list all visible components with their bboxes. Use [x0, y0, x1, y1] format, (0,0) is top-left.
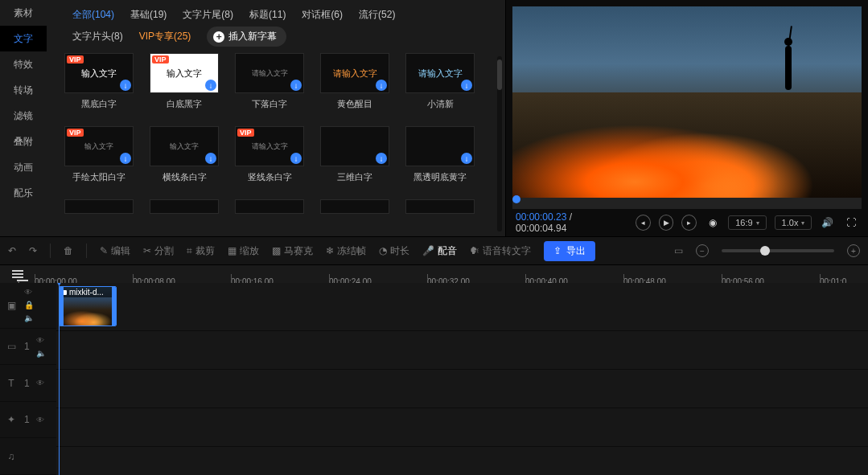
play-button[interactable]: ▶ [659, 215, 674, 231]
tab-dialog[interactable]: 对话框(6) [302, 8, 343, 22]
aspect-ratio-select[interactable]: 16:9▾ [728, 215, 766, 230]
tab-vip[interactable]: VIP专享(25) [139, 30, 191, 43]
vip-badge: VIP [67, 55, 84, 63]
playhead[interactable] [59, 283, 60, 475]
sidebar-item-music[interactable]: 配乐 [0, 180, 47, 206]
scale-button[interactable]: ▦ 缩放 [228, 244, 259, 258]
insert-subtitle-button[interactable]: + 插入新字幕 [207, 27, 286, 47]
audio-track[interactable] [56, 447, 868, 475]
preview-scrubber[interactable] [512, 198, 862, 209]
clip-resize-right[interactable] [112, 287, 116, 326]
video-clip[interactable]: mixkit-d... [59, 286, 117, 326]
edit-button[interactable]: ✎ 编辑 [100, 244, 130, 258]
undo-button[interactable]: ↶ [8, 245, 16, 256]
tab-openers[interactable]: 文字片头(8) [72, 30, 123, 43]
effect-track-icon: ✦ [5, 414, 18, 425]
eye-icon[interactable]: 👁 [36, 416, 44, 424]
video-track[interactable]: mixkit-d... [56, 283, 868, 331]
thumb-fresh[interactable]: 请输入文字↓ 小清新 [405, 53, 475, 110]
next-frame-button[interactable]: ▸ [681, 215, 697, 231]
zoom-out-button[interactable]: − [696, 244, 709, 257]
dub-button[interactable]: 🎤 配音 [422, 244, 457, 258]
timecode: 00:00:00.23 / 00:00:04.94 [516, 211, 619, 234]
thumb-placeholder-4[interactable] [320, 199, 389, 214]
thumb-horizontal-line[interactable]: 输入文字↓ 横线条白字 [150, 126, 219, 183]
download-icon[interactable]: ↓ [205, 80, 216, 91]
thumb-white-black[interactable]: VIP输入文字↓ 白底黑字 [150, 53, 219, 110]
download-icon[interactable]: ↓ [461, 80, 472, 91]
preview-pane: 00:00:00.23 / 00:00:04.94 ◂ ▶ ▸ ◉ 16:9▾ … [506, 0, 868, 236]
speed-select[interactable]: 1.0x▾ [775, 215, 812, 230]
track-menu-button[interactable]: + [12, 270, 23, 278]
timeline-toolbar: ↶ ↷ 🗑 ✎ 编辑 ✂ 分割 ⌗ 裁剪 ▦ 缩放 ▩ 马赛克 ❄ 冻结帧 ◔ … [0, 236, 868, 265]
thumb-handdrawn-sun[interactable]: VIP输入文字↓ 手绘太阳白字 [64, 126, 134, 183]
thumb-3d-white[interactable]: ↓ 三维白字 [320, 126, 389, 183]
track-head-caption[interactable]: T1 👁 [0, 365, 56, 402]
freeze-button[interactable]: ❄ 冻结帧 [326, 244, 366, 258]
download-icon[interactable]: ↓ [120, 153, 131, 164]
tab-basic[interactable]: 基础(19) [130, 8, 167, 22]
thumb-placeholder-2[interactable] [150, 199, 219, 214]
track-head-text[interactable]: ▭1 👁🔈 [0, 329, 56, 366]
clip-resize-left[interactable] [60, 287, 64, 326]
tab-trending[interactable]: 流行(52) [359, 8, 395, 22]
thumb-black-transparent-yellow[interactable]: ↓ 黑透明底黄字 [405, 126, 475, 183]
effect-track[interactable] [56, 408, 868, 447]
sidebar-item-animation[interactable]: 动画 [0, 154, 47, 180]
mute-icon[interactable]: 🔈 [24, 313, 34, 322]
delete-button[interactable]: 🗑 [64, 245, 73, 256]
redo-button[interactable]: ↷ [29, 245, 37, 256]
volume-icon[interactable]: 🔊 [820, 215, 835, 231]
export-button[interactable]: ⇪ 导出 [544, 241, 595, 261]
thumb-yellow-highlight[interactable]: 请输入文字↓ 黄色醒目 [320, 53, 389, 110]
zoom-slider[interactable] [722, 249, 834, 252]
sidebar-item-transition[interactable]: 转场 [0, 77, 47, 103]
tab-end-titles[interactable]: 文字片尾(8) [183, 8, 233, 22]
download-icon[interactable]: ↓ [205, 153, 216, 164]
eye-icon[interactable]: 👁 [36, 336, 46, 345]
lock-icon[interactable]: 🔒 [24, 301, 34, 309]
sidebar-item-overlay[interactable]: 叠附 [0, 129, 47, 154]
crop-button[interactable]: ⌗ 裁剪 [187, 244, 215, 258]
timeline-tracks[interactable]: mixkit-d... [56, 283, 868, 475]
thumb-vertical-line[interactable]: VIP请输入文字↓ 竖线条白字 [235, 126, 304, 183]
record-button[interactable]: ◉ [705, 215, 720, 231]
video-track-icon: ▣ [5, 300, 18, 311]
fullscreen-icon[interactable]: ⛶ [843, 215, 858, 231]
duration-button[interactable]: ◔ 时长 [379, 244, 409, 258]
thumb-black-white[interactable]: VIP输入文字↓ 黑底白字 [64, 53, 134, 110]
sidebar-item-media[interactable]: 素材 [0, 0, 47, 26]
sidebar-item-filter[interactable]: 滤镜 [0, 103, 47, 129]
prev-frame-button[interactable]: ◂ [636, 215, 651, 231]
download-icon[interactable]: ↓ [290, 153, 302, 164]
asset-scrollbar[interactable] [497, 56, 502, 231]
sidebar: 素材 文字 特效 转场 滤镜 叠附 动画 配乐 [0, 0, 47, 236]
download-icon[interactable]: ↓ [461, 153, 472, 164]
download-icon[interactable]: ↓ [376, 80, 387, 91]
zoom-in-button[interactable]: + [847, 244, 860, 257]
tab-titles[interactable]: 标题(11) [249, 8, 286, 22]
sidebar-item-effects[interactable]: 特效 [0, 51, 47, 77]
track-head-video[interactable]: ▣ 👁🔒🔈 [0, 283, 56, 329]
thumb-drop-white[interactable]: 请输入文字↓ 下落白字 [235, 53, 304, 110]
split-button[interactable]: ✂ 分割 [143, 244, 174, 258]
fit-button[interactable]: ▭ [674, 245, 683, 256]
thumb-placeholder-3[interactable] [235, 199, 304, 214]
download-icon[interactable]: ↓ [376, 153, 387, 164]
track-head-effect[interactable]: ✦1 👁 [0, 402, 56, 439]
caption-track[interactable] [56, 370, 868, 408]
download-icon[interactable]: ↓ [120, 80, 131, 91]
eye-icon[interactable]: 👁 [24, 288, 34, 297]
tab-all[interactable]: 全部(104) [72, 8, 114, 22]
preview-video[interactable] [512, 6, 862, 198]
eye-icon[interactable]: 👁 [36, 379, 44, 387]
mute-icon[interactable]: 🔈 [36, 349, 46, 358]
track-head-audio[interactable]: ♫ [0, 438, 56, 475]
mosaic-button[interactable]: ▩ 马赛克 [272, 244, 313, 258]
text-track[interactable] [56, 331, 868, 370]
speech-to-text-button[interactable]: 🗣 语音转文字 [470, 244, 531, 258]
thumb-placeholder-1[interactable] [64, 199, 134, 214]
download-icon[interactable]: ↓ [290, 80, 302, 91]
sidebar-item-text[interactable]: 文字 [0, 26, 47, 51]
thumb-placeholder-5[interactable] [405, 199, 475, 214]
